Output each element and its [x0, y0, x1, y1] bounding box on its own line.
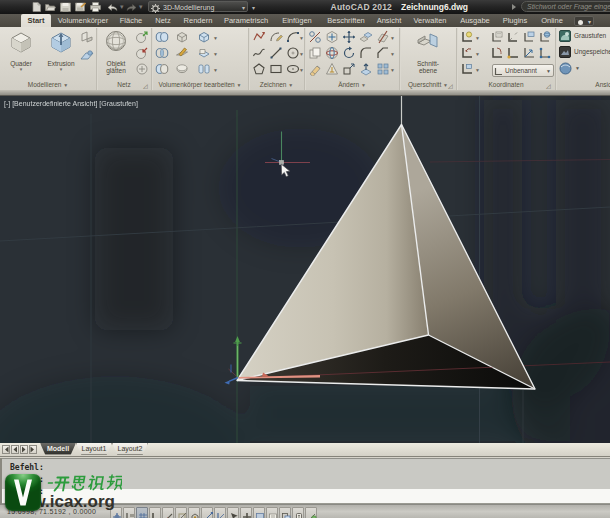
toggle-osnap-tracking[interactable]	[201, 507, 213, 518]
ribbon-tab-ansicht[interactable]: Ansicht	[371, 14, 407, 27]
ribbon-tab-verwalten[interactable]: Verwalten	[409, 14, 451, 27]
fillet-icon[interactable]	[359, 46, 373, 60]
visual-style-button[interactable]: Graustufen	[559, 30, 610, 43]
chevron-down-icon[interactable]: ▼	[299, 35, 304, 41]
qat-menu-arrow[interactable]: ▾	[252, 4, 255, 11]
redo-dropdown-arrow[interactable]: ▾	[139, 3, 143, 11]
mesh-add-crease-icon[interactable]	[135, 46, 149, 60]
subtract-icon[interactable]	[155, 62, 169, 76]
redo-icon[interactable]	[126, 2, 137, 12]
union-icon[interactable]	[155, 30, 169, 44]
toggle-lineweight[interactable]	[240, 507, 252, 518]
workspace-switcher[interactable]: 3D-Modellierung ▾	[148, 1, 248, 12]
3d-align-icon[interactable]	[359, 30, 373, 44]
toggle-snap[interactable]	[123, 507, 135, 518]
ribbon-tab-online[interactable]: Online	[536, 14, 568, 27]
toggle-dynamic-ucs[interactable]	[214, 507, 226, 518]
chevron-down-icon[interactable]: ▼	[299, 67, 304, 73]
first-tab-button[interactable]	[2, 445, 10, 454]
chamfer-icon[interactable]	[376, 46, 390, 60]
model-tab[interactable]: Modell	[40, 443, 76, 455]
polyline-icon[interactable]	[252, 30, 266, 44]
ribbon-tab-einfuegen[interactable]: Einfügen	[275, 14, 319, 27]
array-icon[interactable]	[376, 62, 390, 76]
slice-icon[interactable]	[376, 30, 390, 44]
toggle-polar-tracking[interactable]	[162, 507, 174, 518]
panel-launcher-icon[interactable]: ◿	[546, 82, 551, 89]
ribbon-tab-plugins[interactable]: Plugins	[498, 14, 532, 27]
ucs-world-icon[interactable]	[506, 30, 520, 44]
toggle-selection-cycling[interactable]	[279, 507, 291, 518]
ucs-icon[interactable]	[460, 30, 474, 44]
new-file-icon[interactable]	[31, 2, 42, 12]
ucs-z-axis-icon[interactable]	[506, 46, 520, 60]
edit-polyline-icon[interactable]	[269, 30, 283, 44]
shell-icon[interactable]	[197, 30, 211, 44]
spline-icon[interactable]	[252, 46, 266, 60]
layout2-tab[interactable]: Layout2	[112, 443, 148, 455]
chevron-down-icon[interactable]: ▼	[299, 51, 304, 57]
gizmo-scale-icon[interactable]	[325, 62, 339, 76]
save-icon[interactable]	[60, 2, 71, 12]
extract-edges-icon[interactable]	[175, 30, 189, 44]
ucs-named-icon[interactable]	[490, 30, 504, 44]
chevron-down-icon[interactable]: ▼	[475, 67, 480, 73]
plot-icon[interactable]	[90, 2, 101, 12]
toggle-3d-osnap[interactable]	[188, 507, 200, 518]
gizmo-rotate-icon[interactable]	[325, 46, 339, 60]
ribbon-tab-ausgabe[interactable]: Ausgabe	[455, 14, 495, 27]
mesh-refine-icon[interactable]	[135, 30, 149, 44]
drawing-viewport[interactable]: [-] [Benutzerdefinierte Ansicht] [Graust…	[0, 96, 610, 443]
panel-launcher-icon[interactable]: ◿	[143, 82, 148, 89]
gizmo-move-icon[interactable]	[325, 30, 339, 44]
circle-icon[interactable]	[286, 46, 300, 60]
undo-icon[interactable]	[107, 2, 118, 12]
ellipse-icon[interactable]	[286, 62, 300, 76]
panel-title-aendern[interactable]: Ändern ▼	[305, 80, 399, 90]
chevron-down-icon[interactable]: ▼	[213, 51, 218, 57]
chevron-down-icon[interactable]: ▼	[390, 51, 395, 57]
polysolid-icon[interactable]	[80, 30, 94, 44]
intersect-icon[interactable]	[155, 46, 169, 60]
ucs-object-icon[interactable]	[460, 62, 474, 76]
box-tool-button[interactable]: Quader ▾	[3, 29, 39, 71]
imprint-icon[interactable]	[175, 46, 189, 60]
ucs-previous-icon[interactable]	[460, 46, 474, 60]
open-folder-icon[interactable]	[45, 2, 56, 12]
ucs-named-combo[interactable]: Unbenannt ▼	[492, 64, 554, 77]
toggle-autoscale[interactable]	[305, 507, 317, 518]
copy-icon[interactable]	[308, 46, 322, 60]
ribbon-tab-beschriften[interactable]: Beschriften	[323, 14, 369, 27]
infocenter-search-input[interactable]: Stichwort oder Frage eingeben	[521, 1, 610, 12]
ribbon-tab-flaeche[interactable]: Fläche	[114, 14, 148, 27]
check-solid-icon[interactable]	[197, 46, 211, 60]
chevron-down-icon[interactable]: ▼	[475, 35, 480, 41]
view-combo-button[interactable]: Ungespeicherte Ansicht	[559, 46, 610, 59]
move-icon[interactable]	[342, 30, 356, 44]
panel-title-vkb[interactable]: Volumenkörper bearbeiten ▼	[152, 80, 248, 90]
ribbon-tab-start[interactable]: Start	[21, 14, 51, 27]
panel-title-zeichnen[interactable]: Zeichnen ▼	[249, 80, 304, 90]
ribbon-tab-rendern[interactable]: Rendern	[178, 14, 218, 27]
toggle-quick-properties[interactable]	[266, 507, 278, 518]
ucs-world-globe-icon[interactable]	[538, 30, 552, 44]
arc-icon[interactable]	[286, 30, 300, 44]
ribbon-tab-volumenkoerper[interactable]: Volumenkörper	[55, 14, 111, 27]
viewport-controls-label[interactable]: [-] [Benutzerdefinierte Ansicht] [Graust…	[4, 100, 138, 107]
view-cube-button[interactable]: ▼	[559, 62, 599, 76]
solid-history-icon[interactable]	[308, 30, 322, 44]
chevron-down-icon[interactable]: ▼	[475, 51, 480, 57]
ribbon-tab-parametrisch[interactable]: Parametrisch	[220, 14, 272, 27]
toggle-osnap[interactable]	[175, 507, 187, 518]
panel-title-modellieren[interactable]: Modellieren ▼	[0, 80, 96, 90]
line-icon[interactable]	[269, 46, 283, 60]
ucs-z-vector-icon[interactable]	[522, 46, 536, 60]
chevron-down-icon[interactable]: ▼	[390, 35, 395, 41]
toggle-annotation-visibility[interactable]	[292, 507, 304, 518]
ucs-origin-icon[interactable]	[490, 46, 504, 60]
section-plane-button[interactable]: Schnitt- ebene	[408, 29, 448, 74]
rotate-icon[interactable]	[342, 46, 356, 60]
chevron-down-icon[interactable]: ▼	[390, 67, 395, 73]
toggle-ortho[interactable]	[149, 507, 161, 518]
ucs-view-icon[interactable]	[522, 30, 536, 44]
